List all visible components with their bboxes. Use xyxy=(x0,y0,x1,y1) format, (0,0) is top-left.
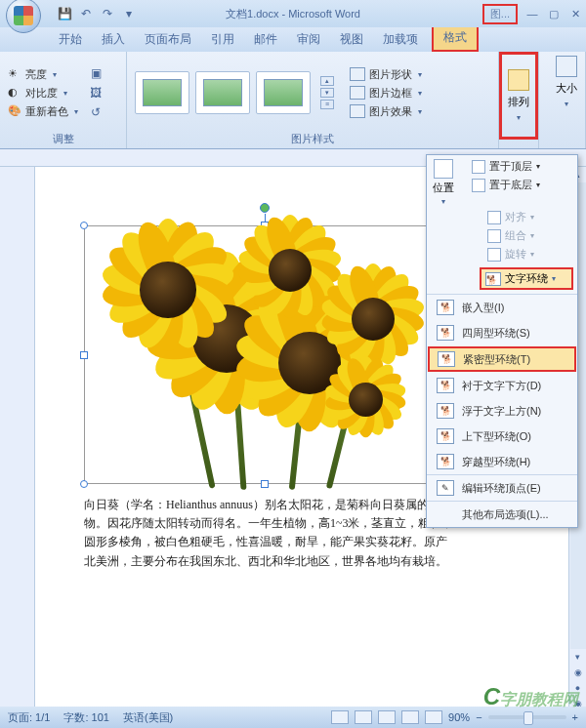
chevron-down-icon: ▾ xyxy=(552,274,556,283)
undo-icon[interactable]: ↶ xyxy=(78,6,94,21)
zoom-out-button[interactable]: − xyxy=(476,711,481,723)
change-pic-icon[interactable]: 🖼 xyxy=(88,85,104,101)
wrap-front-option[interactable]: 🐕浮于文字上方(N) xyxy=(427,398,577,424)
watermark: C字朋教程网 xyxy=(483,683,578,710)
maximize-button[interactable]: ▢ xyxy=(543,5,565,22)
style-thumb[interactable] xyxy=(135,71,189,114)
wrap-behind-option[interactable]: 🐕衬于文字下方(D) xyxy=(427,373,577,398)
topbottom-icon: 🐕 xyxy=(437,428,454,444)
front-icon: 🐕 xyxy=(437,403,454,419)
tab-insert[interactable]: 插入 xyxy=(92,27,135,52)
zoom-level[interactable]: 90% xyxy=(448,711,470,723)
tab-references[interactable]: 引用 xyxy=(201,27,244,52)
arrange-icon xyxy=(508,69,529,91)
gallery-up-icon[interactable]: ▴ xyxy=(320,76,334,86)
web-layout-view-button[interactable] xyxy=(378,710,396,724)
picture-shape-button[interactable]: 图片形状 xyxy=(350,67,422,82)
tab-home[interactable]: 开始 xyxy=(49,27,92,52)
shape-icon xyxy=(350,67,365,81)
effects-icon xyxy=(350,104,365,118)
reset-pic-icon[interactable]: ↺ xyxy=(88,104,104,120)
chevron-down-icon: ▾ xyxy=(517,113,521,122)
tab-format[interactable]: 格式 xyxy=(432,23,479,52)
chevron-down-icon: ▾ xyxy=(441,197,445,206)
fullscreen-view-button[interactable] xyxy=(355,710,372,724)
text-wrap-button[interactable]: 文字环绕 ▾ xyxy=(480,267,573,290)
prev-page-icon[interactable]: ◉ xyxy=(570,665,586,680)
redo-icon[interactable]: ↷ xyxy=(100,6,115,21)
position-icon xyxy=(434,159,453,179)
styles-group-label: 图片样式 xyxy=(135,130,490,146)
tab-review[interactable]: 审阅 xyxy=(287,27,330,52)
wrap-through-option[interactable]: 🐕穿越型环绕(H) xyxy=(427,449,577,474)
compress-icon[interactable]: ▣ xyxy=(88,65,104,81)
picture-tools-label: 图... xyxy=(482,4,518,24)
text-wrap-menu: 🐕嵌入型(I) 🐕四周型环绕(S) 🐕紧密型环绕(T) 🐕衬于文字下方(D) 🐕… xyxy=(427,294,577,527)
position-button[interactable]: 位置 ▾ xyxy=(433,159,454,206)
picture-styles-gallery[interactable]: ▴ ▾ ≡ xyxy=(135,71,334,114)
sunflower-image-content xyxy=(85,226,444,483)
style-thumb[interactable] xyxy=(195,71,250,114)
adjust-group-label: 调整 xyxy=(8,130,118,146)
arrange-dropdown: 位置 ▾ 置于顶层▾ 置于底层▾ 对齐▾ 组合▾ 旋转▾ 文字环绕 ▾ 🐕嵌入型… xyxy=(426,154,578,528)
vertical-ruler[interactable] xyxy=(0,167,35,711)
align-button[interactable]: 对齐▾ xyxy=(487,210,534,224)
print-icon[interactable]: ▾ xyxy=(121,6,137,21)
size-icon xyxy=(556,56,577,77)
bring-to-front-button[interactable]: 置于顶层▾ xyxy=(472,159,540,174)
word-count-status[interactable]: 字数: 101 xyxy=(63,710,108,725)
brightness-button[interactable]: ☀亮度 xyxy=(8,67,78,82)
more-layout-option[interactable]: 其他布局选项(L)... xyxy=(427,501,577,527)
more-icon xyxy=(437,506,454,522)
draft-view-button[interactable] xyxy=(425,710,442,724)
recolor-icon: 🎨 xyxy=(8,104,21,118)
inline-icon: 🐕 xyxy=(437,300,454,315)
send-to-back-button[interactable]: 置于底层▾ xyxy=(472,178,540,192)
text-wrap-icon xyxy=(485,272,501,286)
tab-view[interactable]: 视图 xyxy=(330,27,373,52)
scroll-down-icon[interactable]: ▾ xyxy=(570,649,586,665)
rotate-icon xyxy=(487,248,501,262)
wrap-square-option[interactable]: 🐕四周型环绕(S) xyxy=(427,320,577,345)
body-paragraph[interactable]: 向日葵（学名：Helianthus annuus）别名太阳花，是菊科向日葵属的植… xyxy=(84,496,455,571)
contrast-icon: ◐ xyxy=(8,86,21,100)
recolor-button[interactable]: 🎨重新着色 xyxy=(8,104,78,119)
edit-points-icon: ✎ xyxy=(437,480,454,496)
picture-border-button[interactable]: 图片边框 xyxy=(350,86,422,101)
rotate-button[interactable]: 旋转▾ xyxy=(487,247,534,262)
selected-image[interactable] xyxy=(84,225,445,484)
close-button[interactable]: ✕ xyxy=(565,5,586,22)
bring-front-icon xyxy=(472,160,485,174)
page-status[interactable]: 页面: 1/1 xyxy=(8,710,50,725)
window-title: 文档1.docx - Microsoft Word xyxy=(226,7,360,21)
print-layout-view-button[interactable] xyxy=(331,710,349,724)
tab-addins[interactable]: 加载项 xyxy=(373,27,428,52)
wrap-inline-option[interactable]: 🐕嵌入型(I) xyxy=(427,295,577,320)
style-thumb[interactable] xyxy=(256,71,311,114)
brightness-icon: ☀ xyxy=(8,67,21,81)
picture-effects-button[interactable]: 图片效果 xyxy=(350,104,422,119)
wrap-topbottom-option[interactable]: 🐕上下型环绕(O) xyxy=(427,424,577,449)
save-icon[interactable]: 💾 xyxy=(57,6,72,21)
minimize-button[interactable]: — xyxy=(522,5,543,22)
wrap-tight-option[interactable]: 🐕紧密型环绕(T) xyxy=(428,346,576,372)
through-icon: 🐕 xyxy=(437,454,454,469)
send-back-icon xyxy=(472,179,485,192)
arrange-button[interactable]: 排列 ▾ xyxy=(499,52,538,140)
gallery-more-icon[interactable]: ≡ xyxy=(320,100,334,109)
rotate-handle[interactable] xyxy=(260,203,270,213)
outline-view-button[interactable] xyxy=(401,710,419,724)
zoom-in-button[interactable]: + xyxy=(572,711,578,723)
behind-icon: 🐕 xyxy=(437,378,454,393)
tab-mailings[interactable]: 邮件 xyxy=(244,27,287,52)
size-button[interactable]: 大小 ▾ xyxy=(547,56,586,108)
tight-icon: 🐕 xyxy=(438,351,455,367)
group-icon xyxy=(487,229,501,243)
gallery-down-icon[interactable]: ▾ xyxy=(320,88,334,98)
edit-wrap-points-option[interactable]: ✎编辑环绕顶点(E) xyxy=(427,474,577,501)
contrast-button[interactable]: ◐对比度 xyxy=(8,86,78,101)
language-status[interactable]: 英语(美国) xyxy=(123,710,173,725)
chevron-down-icon: ▾ xyxy=(565,100,568,108)
tab-page-layout[interactable]: 页面布局 xyxy=(135,27,201,52)
zoom-slider[interactable] xyxy=(488,715,566,719)
